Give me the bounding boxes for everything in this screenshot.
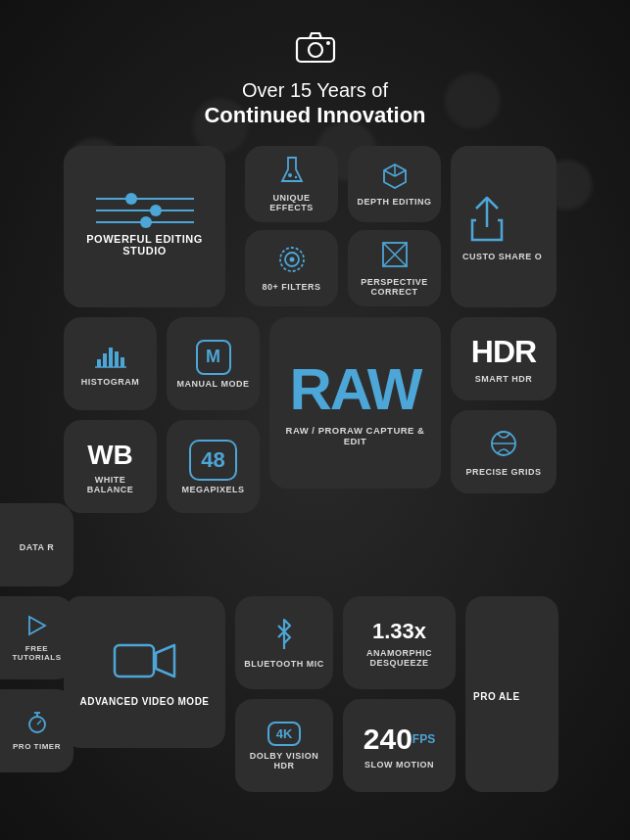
histogram-icon [93, 342, 128, 373]
tile-editing-studio[interactable]: POWERFUL EDITING STUDIO [64, 146, 225, 307]
free-tutorials-label: FREE TUTORIALS [8, 644, 66, 662]
hdr-label: SMART HDR [475, 374, 533, 384]
tile-hdr[interactable]: HDR SMART HDR [451, 317, 557, 400]
svg-line-30 [37, 721, 41, 724]
grids-icon [488, 428, 519, 463]
camera-icon [296, 29, 335, 70]
pro-alert-label: PRO ALE [473, 691, 520, 702]
wb-label: WHITE BALANCE [72, 475, 149, 494]
filters-icon [277, 245, 307, 278]
manual-icon: M [196, 340, 231, 375]
tile-filters[interactable]: 80+ FILTERS [245, 230, 338, 306]
beaker-icon [278, 156, 306, 189]
svg-line-9 [395, 170, 406, 176]
svg-line-16 [383, 255, 395, 266]
sliders-icon [96, 198, 194, 223]
svg-rect-23 [121, 357, 124, 367]
histogram-label: HISTOGRAM [81, 377, 139, 387]
raw-label: RAW / PRORAW CAPTURE & EDIT [277, 425, 433, 446]
tile-megapixels[interactable]: 48 MEGAPIXELS [167, 420, 260, 513]
raw-text: RAW [290, 360, 421, 419]
tile-video-mode[interactable]: ADVANCED VIDEO MODE [64, 596, 225, 748]
pro-timer-label: PRO TIMER [13, 742, 61, 751]
svg-point-5 [294, 176, 296, 178]
header-subtitle: Over 15 Years of [242, 77, 388, 103]
effects-label: UNIQUE EFFECTS [253, 193, 330, 212]
dolby-4k-box: 4K [267, 722, 302, 746]
share-label: CUSTO SHARE O [459, 252, 542, 261]
filters-label: 80+ FILTERS [262, 282, 320, 292]
svg-rect-19 [97, 359, 101, 367]
data-label: DATA R [20, 542, 54, 552]
bluetooth-icon [272, 618, 296, 655]
editing-label: POWERFUL EDITING STUDIO [72, 233, 218, 257]
svg-line-14 [383, 243, 395, 255]
svg-rect-22 [115, 351, 119, 367]
hdr-text: HDR [471, 334, 536, 370]
tile-manual-mode[interactable]: M MANUAL MODE [167, 317, 260, 410]
anamorphic-text: 1.33x [372, 619, 426, 644]
perspective-label: PERSPECTIVE CORRECT [356, 277, 433, 297]
tile-data[interactable]: DATA R [0, 503, 73, 586]
slowmo-text: 240FPS [363, 723, 435, 756]
svg-marker-26 [29, 617, 45, 634]
timer-icon [26, 711, 48, 738]
svg-rect-31 [115, 645, 154, 677]
tile-pro-alert[interactable]: PRO ALE [465, 596, 558, 792]
tile-histogram[interactable]: HISTOGRAM [64, 317, 157, 410]
svg-line-17 [395, 255, 407, 266]
tile-raw[interactable]: RAW RAW / PRORAW CAPTURE & EDIT [269, 317, 441, 489]
tile-free-tutorials[interactable]: FREE TUTORIALS [0, 596, 73, 679]
svg-point-1 [309, 43, 322, 57]
svg-rect-21 [109, 348, 113, 367]
tile-unique-effects[interactable]: UNIQUE EFFECTS [245, 146, 338, 222]
manual-label: MANUAL MODE [177, 379, 250, 389]
svg-marker-32 [156, 645, 174, 677]
header-title: Continued Innovation [204, 103, 425, 128]
tile-depth-editing[interactable]: DEPTH EDITING [348, 146, 441, 222]
perspective-icon [380, 240, 410, 273]
svg-rect-20 [103, 353, 107, 367]
dolby-label: DOLBY VISION HDR [243, 751, 325, 770]
tile-pro-timer[interactable]: PRO TIMER [0, 689, 73, 772]
tile-bluetooth-mic[interactable]: BLUETOOTH MIC [235, 596, 333, 689]
svg-line-15 [395, 243, 407, 255]
cube-icon [381, 162, 409, 193]
tile-white-balance[interactable]: WB WHITE BALANCE [64, 420, 157, 513]
anamorphic-label: ANAMORPHIC DESQUEEZE [351, 648, 448, 668]
depth-label: DEPTH EDITING [357, 197, 431, 207]
play-icon [27, 615, 47, 640]
tile-dolby[interactable]: 4K DOLBY VISION HDR [235, 699, 333, 792]
tile-slow-motion[interactable]: 240FPS SLOW MOTION [343, 699, 456, 792]
share-icon [468, 193, 506, 246]
slowmo-label: SLOW MOTION [364, 760, 434, 770]
svg-point-2 [326, 41, 330, 45]
mega-label: MEGAPIXELS [181, 485, 244, 494]
tile-anamorphic[interactable]: 1.33x ANAMORPHIC DESQUEEZE [343, 596, 456, 689]
mega-text: 48 [189, 440, 236, 481]
svg-line-8 [384, 170, 395, 176]
header: Over 15 Years of Continued Innovation [204, 29, 425, 128]
svg-point-4 [288, 173, 292, 177]
svg-point-12 [289, 257, 294, 262]
feature-grid: POWERFUL EDITING STUDIO UNIQUE EFFECTS [10, 146, 620, 830]
video-icon [113, 637, 176, 688]
tile-custom-share[interactable]: CUSTO SHARE O [451, 146, 557, 307]
video-label: ADVANCED VIDEO MODE [79, 696, 209, 707]
grids-label: PRECISE GRIDS [465, 467, 541, 477]
tile-grids[interactable]: PRECISE GRIDS [451, 410, 557, 493]
bt-label: BLUETOOTH MIC [244, 659, 323, 669]
wb-text: WB [87, 440, 133, 471]
tile-perspective[interactable]: PERSPECTIVE CORRECT [348, 230, 441, 306]
main-container: Over 15 Years of Continued Innovation [0, 0, 630, 840]
